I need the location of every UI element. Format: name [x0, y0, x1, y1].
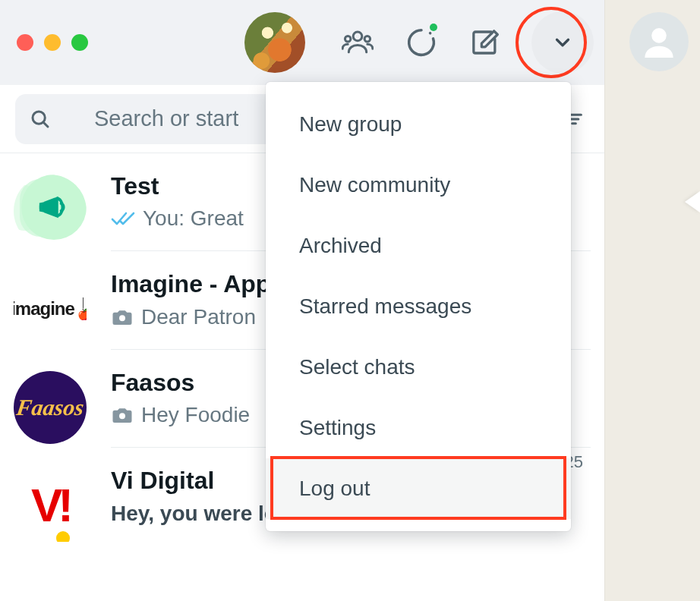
- svg-point-9: [119, 413, 125, 419]
- chevron-down-icon: [551, 31, 574, 54]
- chat-sidebar: Search or start Test You: Great: [0, 0, 604, 601]
- minimize-window-button[interactable]: [44, 34, 61, 51]
- header-dropdown-menu: New group New community Archived Starred…: [266, 82, 571, 531]
- chat-avatar: [14, 175, 87, 247]
- person-icon: [638, 20, 680, 63]
- status-icon[interactable]: [404, 25, 439, 60]
- camera-icon: [111, 306, 134, 329]
- menu-item-new-community[interactable]: New community: [266, 155, 571, 216]
- chat-avatar: V!: [14, 469, 87, 542]
- contact-avatar-placeholder[interactable]: [629, 12, 689, 71]
- search-icon: [29, 108, 52, 131]
- new-chat-icon[interactable]: [468, 25, 503, 60]
- search-placeholder: Search or start: [94, 106, 238, 131]
- camera-icon: [111, 404, 134, 426]
- menu-item-select-chats[interactable]: Select chats: [266, 337, 571, 398]
- chat-avatar: imagine│🍎: [14, 272, 87, 345]
- menu-item-settings[interactable]: Settings: [266, 398, 571, 458]
- message-tail: [685, 191, 700, 212]
- svg-point-10: [651, 28, 667, 43]
- close-window-button[interactable]: [17, 34, 33, 51]
- svg-point-2: [364, 36, 370, 42]
- svg-point-0: [353, 32, 362, 41]
- status-indicator-dot: [430, 24, 437, 31]
- communities-icon[interactable]: [340, 25, 375, 60]
- megaphone-icon: [36, 190, 71, 225]
- svg-line-4: [43, 122, 48, 127]
- sidebar-header: [0, 0, 604, 85]
- menu-item-new-group[interactable]: New group: [266, 94, 571, 155]
- menu-item-logout[interactable]: Log out: [266, 458, 571, 519]
- svg-point-8: [119, 315, 125, 321]
- read-ticks-icon: [111, 209, 135, 228]
- chat-avatar: Faasos: [14, 371, 87, 444]
- chat-area: [604, 0, 700, 601]
- my-profile-avatar[interactable]: [244, 12, 305, 73]
- svg-point-1: [345, 36, 350, 42]
- fullscreen-window-button[interactable]: [71, 34, 88, 51]
- menu-item-starred[interactable]: Starred messages: [266, 276, 571, 337]
- menu-item-archived[interactable]: Archived: [266, 216, 571, 276]
- window-controls: [17, 34, 88, 51]
- menu-button[interactable]: [531, 11, 594, 74]
